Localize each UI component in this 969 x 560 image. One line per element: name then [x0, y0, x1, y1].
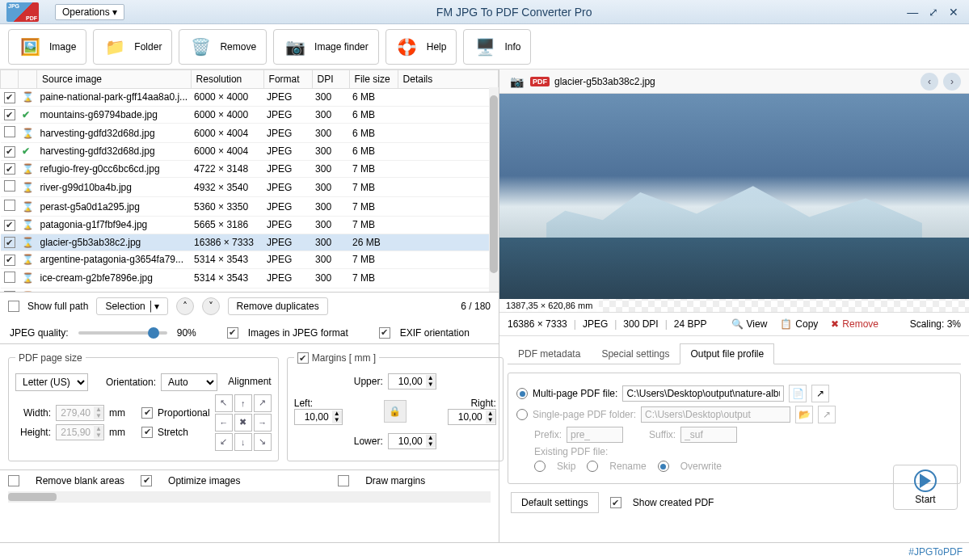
page-preset-select[interactable]: Letter (US) [15, 373, 88, 391]
help-button[interactable]: 🛟Help [385, 29, 457, 65]
col-resolution[interactable]: Resolution [191, 70, 263, 89]
row-checkbox[interactable] [4, 126, 15, 137]
row-checkbox[interactable] [4, 237, 15, 248]
row-checkbox[interactable] [4, 291, 15, 292]
row-checkbox[interactable] [4, 92, 15, 103]
col-dpi[interactable]: DPI [312, 70, 349, 89]
default-settings-button[interactable]: Default settings [511, 492, 599, 513]
suffix-input[interactable] [680, 427, 737, 443]
image-finder-button[interactable]: 📷Image finder [273, 29, 379, 65]
row-checkbox[interactable] [4, 220, 15, 231]
table-row[interactable]: ⌛paine-national-park-gff14aa8a0.j...6000… [1, 89, 499, 107]
minimize-icon[interactable]: — [904, 6, 921, 19]
table-row[interactable]: ⌛mountains-g7ed6d6d33.jpg5905 × 3323JPEG… [1, 288, 499, 292]
show-full-path-checkbox[interactable] [8, 301, 19, 312]
stretch-checkbox[interactable] [141, 427, 153, 438]
table-row[interactable]: ✔harvesting-gdfd32d68d.jpg6000 × 4004JPE… [1, 143, 499, 161]
table-row[interactable]: ⌛harvesting-gdfd32d68d.jpg6000 × 4004JPE… [1, 124, 499, 143]
upper-margin-spinner[interactable]: ▲▼ [388, 373, 436, 389]
col-filesize[interactable]: File size [349, 70, 398, 89]
left-margin-spinner[interactable]: ▲▼ [294, 409, 343, 425]
align-t[interactable]: ↑ [234, 394, 252, 412]
show-created-pdf-checkbox[interactable] [610, 497, 621, 508]
height-spinner[interactable]: ▲▼ [56, 424, 104, 440]
singlepage-radio[interactable] [516, 409, 528, 420]
info-button[interactable]: 🖥️Info [463, 29, 531, 65]
orientation-select[interactable]: Auto [161, 373, 217, 391]
tab-special-settings[interactable]: Special settings [591, 343, 680, 364]
table-row[interactable]: ⌛river-g99d10ba4b.jpg4932 × 3540JPEG3007… [1, 178, 499, 197]
tab-pdf-metadata[interactable]: PDF metadata [508, 343, 591, 364]
margins-enable-checkbox[interactable] [297, 352, 309, 364]
table-row[interactable]: ⌛glacier-g5b3ab38c2.jpg16386 × 7333JPEG3… [1, 234, 499, 251]
close-icon[interactable]: ✕ [945, 6, 963, 19]
skip-radio[interactable] [534, 461, 546, 472]
left-horizontal-scrollbar[interactable] [8, 491, 491, 503]
move-up-button[interactable]: ˄ [176, 297, 194, 315]
row-checkbox[interactable] [4, 200, 15, 211]
table-row[interactable]: ⌛patagonia-g1f7fbf9e4.jpg5665 × 3186JPEG… [1, 217, 499, 234]
rename-radio[interactable] [587, 461, 598, 472]
row-checkbox[interactable] [4, 163, 15, 175]
jpeg-quality-slider[interactable] [78, 331, 167, 335]
table-row[interactable]: ⌛perast-g5a0d1a295.jpg5360 × 3350JPEG300… [1, 197, 499, 217]
prefix-input[interactable] [567, 427, 623, 443]
row-checkbox[interactable] [4, 180, 15, 192]
open-folder-icon-2[interactable]: ↗ [818, 406, 836, 423]
align-c[interactable]: ✖ [234, 414, 252, 432]
col-source[interactable]: Source image [37, 70, 192, 89]
selection-dropdown[interactable]: Selection │▾ [96, 297, 167, 315]
align-tl[interactable]: ↖ [215, 394, 233, 412]
next-image-button[interactable]: › [943, 73, 961, 91]
tab-output-profile[interactable]: Output file profile [680, 343, 774, 364]
move-down-button[interactable]: ˅ [202, 297, 220, 315]
save-pdf-icon[interactable]: 📄 [789, 385, 807, 402]
remove-button[interactable]: 🗑️Remove [179, 29, 267, 65]
align-tr[interactable]: ↗ [254, 394, 272, 412]
copy-button[interactable]: 📋 Copy [777, 317, 821, 331]
align-bl[interactable]: ↙ [215, 433, 233, 451]
draw-margins-checkbox[interactable] [338, 475, 349, 486]
table-row[interactable]: ⌛argentine-patagonia-g3654fa79...5314 × … [1, 251, 499, 269]
start-button[interactable]: Start [893, 465, 958, 510]
remove-duplicates-button[interactable]: Remove duplicates [228, 297, 328, 315]
remove-preview-button[interactable]: ✖ Remove [828, 317, 882, 331]
align-r[interactable]: → [254, 414, 272, 432]
row-checkbox[interactable] [4, 146, 15, 158]
add-folder-button[interactable]: 📁Folder [93, 29, 172, 65]
align-br[interactable]: ↘ [254, 433, 272, 451]
width-spinner[interactable]: ▲▼ [56, 405, 104, 421]
open-folder-icon[interactable]: ↗ [811, 385, 829, 402]
multipage-path-input[interactable] [622, 385, 784, 402]
remove-blank-checkbox[interactable] [8, 475, 19, 486]
lower-margin-spinner[interactable]: ▲▼ [388, 433, 436, 449]
row-checkbox[interactable] [4, 272, 15, 283]
exif-orientation-checkbox[interactable] [379, 327, 390, 339]
operations-menu-button[interactable]: Operations ▾ [55, 4, 124, 20]
col-format[interactable]: Format [263, 70, 312, 89]
add-image-button[interactable]: 🖼️Image [8, 29, 86, 65]
table-row[interactable]: ⌛ice-cream-g2bfe7896e.jpg5314 × 3543JPEG… [1, 268, 499, 288]
table-row[interactable]: ✔mountains-g69794bade.jpg6000 × 4000JPEG… [1, 106, 499, 124]
view-button[interactable]: 🔍 View [728, 317, 771, 331]
row-checkbox[interactable] [4, 109, 15, 120]
maximize-icon[interactable]: ⤢ [925, 6, 942, 19]
row-checkbox[interactable] [4, 255, 15, 266]
hashtag-link[interactable]: #JPGToPDF [908, 546, 963, 558]
table-row[interactable]: ⌛refugio-frey-g0cc6bc6cd.jpg4722 × 3148J… [1, 160, 499, 178]
prev-image-button[interactable]: ‹ [921, 73, 938, 91]
multipage-radio[interactable] [516, 388, 528, 399]
right-margin-spinner[interactable]: ▲▼ [448, 409, 496, 425]
browse-folder-icon[interactable]: 📂 [795, 406, 813, 423]
lock-margins-button[interactable]: 🔒 [384, 400, 407, 423]
singlepage-path-input[interactable] [641, 406, 790, 423]
optimize-images-checkbox[interactable] [141, 475, 152, 486]
col-details[interactable]: Details [398, 70, 498, 89]
align-l[interactable]: ← [215, 414, 233, 432]
preview-image[interactable] [499, 94, 969, 299]
table-scrollbar[interactable] [489, 87, 499, 292]
align-b[interactable]: ↓ [234, 433, 252, 451]
proportional-checkbox[interactable] [141, 407, 153, 419]
camera-icon[interactable]: 📷 [508, 73, 525, 91]
overwrite-radio[interactable] [658, 461, 669, 472]
